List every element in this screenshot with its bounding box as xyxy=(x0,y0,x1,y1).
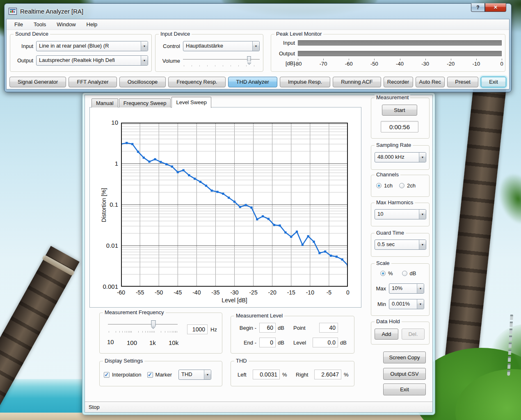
frequency-slider-thumb[interactable] xyxy=(151,320,155,326)
measurement-group: Measurement Start 0:00:56 xyxy=(371,98,430,139)
sound-output-select[interactable]: Lautsprecher (Realtek High Defi ▼ xyxy=(36,55,148,66)
measurement-frequency-title: Measurement Frequency xyxy=(103,310,166,315)
sampling-rate-group: Sampling Rate 48.000 kHz ▼ xyxy=(371,145,430,170)
close-button[interactable]: ✕ xyxy=(485,3,506,12)
toolbar-exit[interactable]: Exit xyxy=(481,77,506,87)
level-field[interactable]: 0.0 xyxy=(313,338,338,347)
marker-checkbox[interactable]: ✓ xyxy=(147,372,153,378)
volume-label: Volume xyxy=(160,58,180,64)
chevron-down-icon: ▼ xyxy=(419,240,426,249)
thd-readout-group: THD Left 0.0031 % Right 2.6047 % xyxy=(231,361,354,386)
toolbar-preset[interactable]: Preset xyxy=(447,77,478,87)
max-harmonics-group: Max Harmonics 10 ▼ xyxy=(371,203,430,226)
scale-percent-radio[interactable] xyxy=(380,271,386,276)
data-hold-del-button[interactable]: Del. xyxy=(402,329,425,340)
output-csv-button[interactable]: Output CSV xyxy=(383,368,426,380)
volume-slider[interactable] xyxy=(183,56,260,65)
sound-output-label: Output xyxy=(14,57,33,64)
peak-input-label: Input xyxy=(274,40,295,46)
begin-unit: dB xyxy=(278,325,284,331)
chart-y-tick: 0.01 xyxy=(94,242,118,249)
thd-right-field: 2.6047 xyxy=(314,370,341,379)
begin-field[interactable]: 60 xyxy=(259,323,276,333)
scale-group: Scale % dB Max 10% ▼ Min xyxy=(371,263,430,316)
chart-x-tick: -30 xyxy=(230,289,238,296)
thd-exit-button[interactable]: Exit xyxy=(383,383,426,395)
toolbar-auto-rec[interactable]: Auto Rec xyxy=(416,77,445,87)
display-mode-select[interactable]: THD ▼ xyxy=(178,370,211,380)
toolbar-fft-analyzer[interactable]: FFT Analyzer xyxy=(69,77,117,87)
scale-max-select[interactable]: 10% ▼ xyxy=(389,283,424,294)
title-bar[interactable]: Realtime Analyzer [RA] ? ✕ xyxy=(5,4,511,19)
app-icon xyxy=(9,8,17,15)
chevron-down-icon: ▼ xyxy=(419,153,426,162)
peak-db-tick: -10 xyxy=(472,61,480,67)
guard-time-group: Guard Time 0.5 sec ▼ xyxy=(371,233,430,257)
channels-group: Channels 1ch 2ch xyxy=(371,175,430,197)
scale-db-radio[interactable] xyxy=(402,271,407,276)
help-button[interactable]: ? xyxy=(471,3,485,12)
thd-left-field: 0.0031 xyxy=(253,370,280,379)
menu-help[interactable]: Help xyxy=(81,20,103,29)
chevron-down-icon: ▼ xyxy=(417,284,424,293)
frequency-value-field[interactable]: 1000 xyxy=(187,324,208,334)
menu-tools[interactable]: Tools xyxy=(28,20,51,29)
thd-chart-panel: Distortion [%] 1010.10.010.001 -60-55-50… xyxy=(89,107,361,308)
sound-input-select[interactable]: Line in at rear panel (Blue) (R ▼ xyxy=(36,41,148,51)
toolbar-oscilloscope[interactable]: Oscilloscope xyxy=(119,77,166,87)
point-field[interactable]: 40 xyxy=(319,323,338,333)
peak-db-tick: -40 xyxy=(396,61,404,67)
toolbar-signal-generator[interactable]: Signal Generator xyxy=(9,77,66,87)
toolbar-recorder[interactable]: Recorder xyxy=(384,77,413,87)
peak-monitor-title: Peak Level Monitor xyxy=(274,31,323,37)
start-button[interactable]: Start xyxy=(382,105,417,116)
status-bar: Stop xyxy=(85,402,432,412)
thd-right-label: Right xyxy=(296,372,311,378)
screen-copy-button[interactable]: Screen Copy xyxy=(383,352,426,363)
toolbar-running-acf[interactable]: Running ACF xyxy=(333,77,381,87)
toolbar-impulse-resp[interactable]: Impulse Resp. xyxy=(280,77,330,87)
peak-db-tick: -30 xyxy=(421,61,429,67)
frequency-unit-label: Hz xyxy=(210,326,217,333)
volume-slider-thumb[interactable] xyxy=(247,56,251,62)
chart-y-tick: 10 xyxy=(94,119,118,126)
point-label: Point xyxy=(293,325,310,331)
chart-x-tick: -15 xyxy=(287,289,295,296)
tab-frequency-sweep[interactable]: Frequency Sweep xyxy=(119,98,171,107)
measurement-level-group: Measurement Level Begin - 60 dB Point 40… xyxy=(231,316,354,354)
input-device-title: Input Device xyxy=(159,31,192,37)
chart-x-tick: -10 xyxy=(306,289,314,296)
chart-y-tick: 1 xyxy=(94,160,118,167)
data-hold-add-button[interactable]: Add xyxy=(375,329,398,340)
peak-db-tick: 0 xyxy=(500,61,503,67)
chart-x-tick: -35 xyxy=(211,289,219,296)
chart-x-tick: -60 xyxy=(117,289,125,296)
channels-2ch-radio[interactable] xyxy=(399,183,404,188)
begin-label: Begin - xyxy=(237,325,256,331)
toolbar-thd-analyzer[interactable]: THD Analyzer xyxy=(228,77,277,87)
sampling-rate-select[interactable]: 48.000 kHz ▼ xyxy=(375,152,426,162)
thd-left-label: Left xyxy=(238,372,250,378)
scale-min-select[interactable]: 0.001% ▼ xyxy=(389,299,424,309)
chart-x-tick: -25 xyxy=(249,289,257,296)
chart-x-tick: 0 xyxy=(346,289,350,296)
frequency-slider[interactable] xyxy=(108,320,178,329)
peak-level-monitor-group: Peak Level Monitor Input Output [dB] -80… xyxy=(271,34,505,72)
channels-1ch-radio[interactable] xyxy=(376,183,382,188)
interpolation-checkbox[interactable]: ✓ xyxy=(104,372,110,378)
thd-right-unit: % xyxy=(344,372,349,378)
tab-level-sweep[interactable]: Level Sweep xyxy=(171,97,211,108)
chevron-down-icon: ▼ xyxy=(204,370,211,379)
toolbar-frequency-resp[interactable]: Frequency Resp. xyxy=(168,77,225,87)
max-harmonics-select[interactable]: 10 ▼ xyxy=(375,209,426,219)
control-select[interactable]: Hauptlautstärke ▼ xyxy=(183,41,260,51)
tab-manual[interactable]: Manual xyxy=(91,98,118,107)
measurement-timer: 0:00:56 xyxy=(381,121,418,132)
chart-x-tick: -45 xyxy=(174,289,182,296)
menu-file[interactable]: File xyxy=(9,20,28,29)
thd-analyzer-window: Manual Frequency Sweep Level Sweep Disto… xyxy=(82,92,435,415)
scale-min-label: Min xyxy=(375,301,386,307)
end-field[interactable]: 0 xyxy=(259,338,276,347)
guard-time-select[interactable]: 0.5 sec ▼ xyxy=(375,240,426,250)
menu-window[interactable]: Window xyxy=(51,20,81,29)
